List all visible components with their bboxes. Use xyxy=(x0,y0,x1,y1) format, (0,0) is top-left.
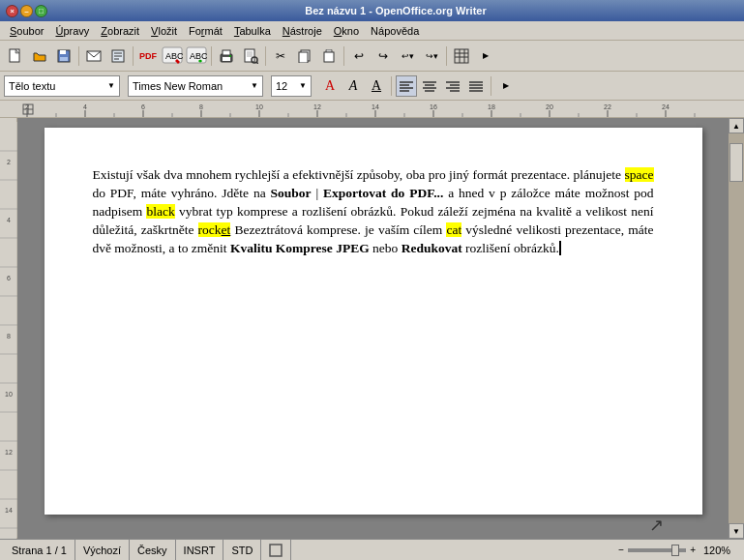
svg-text:8: 8 xyxy=(199,103,203,110)
redo2-icon[interactable]: ↪▾ xyxy=(420,44,443,68)
justify-btn[interactable] xyxy=(465,75,487,97)
svg-text:14: 14 xyxy=(5,507,13,514)
cursor-area: ↗ xyxy=(45,515,702,536)
svg-text:4: 4 xyxy=(83,103,87,110)
abc-icon[interactable]: ABC xyxy=(161,44,184,68)
highlight-cat: cat xyxy=(446,222,461,237)
font-dropdown-arrow: ▼ xyxy=(251,81,258,90)
edit-icon[interactable] xyxy=(106,44,130,68)
pdf-icon[interactable]: PDF xyxy=(136,44,160,68)
scrollbar-vertical[interactable]: ▲ ▼ xyxy=(729,118,744,539)
menu-okno[interactable]: Okno xyxy=(328,23,365,39)
minimize-button[interactable]: – xyxy=(20,5,33,17)
svg-text:ABC: ABC xyxy=(190,51,207,61)
scroll-down-btn[interactable]: ▼ xyxy=(729,523,744,539)
svg-rect-14 xyxy=(223,50,230,55)
open-icon[interactable] xyxy=(28,44,51,68)
email-icon[interactable] xyxy=(82,44,105,68)
menu-upravy[interactable]: Úpravy xyxy=(49,23,95,39)
svg-text:12: 12 xyxy=(313,103,321,110)
scroll-thumb[interactable] xyxy=(729,143,743,182)
sep1 xyxy=(78,46,79,66)
redo-icon[interactable]: ↪ xyxy=(372,44,395,68)
zoom-out-btn[interactable]: − xyxy=(618,545,624,555)
extra-icons xyxy=(261,540,291,560)
font-dropdown[interactable]: Times New Roman ▼ xyxy=(128,75,263,97)
toolbar-formatting: Tělo textu ▼ Times New Roman ▼ 12 ▼ A A … xyxy=(0,72,744,101)
menu-zobrazit[interactable]: Zobrazit xyxy=(95,23,145,39)
language-info: Česky xyxy=(130,540,176,560)
menubar: Soubor Úpravy Zobrazit Vložit Formát Tab… xyxy=(0,21,744,41)
menu-soubor[interactable]: Soubor xyxy=(4,23,49,39)
undo-icon[interactable]: ↩ xyxy=(347,44,371,68)
sep3 xyxy=(211,46,212,66)
font-color-btn[interactable]: A xyxy=(319,75,341,97)
sep8 xyxy=(491,76,491,96)
bold-export: Exportovat do PDF... xyxy=(323,186,443,200)
highlight-space: space xyxy=(625,167,654,182)
new-icon[interactable] xyxy=(4,44,27,68)
menu-format[interactable]: Formát xyxy=(183,23,228,39)
maximize-button[interactable]: □ xyxy=(35,5,47,17)
more-icon[interactable]: ▶ xyxy=(474,44,497,68)
ruler-vertical: 2 4 6 8 10 12 14 xyxy=(0,118,17,539)
style-dropdown[interactable]: Tělo textu ▼ xyxy=(4,75,120,97)
svg-rect-15 xyxy=(223,57,230,61)
mouse-cursor: ↗ xyxy=(649,515,664,536)
preview-icon[interactable] xyxy=(239,44,262,68)
save-icon[interactable] xyxy=(52,44,75,68)
copy-icon[interactable] xyxy=(293,44,316,68)
svg-rect-26 xyxy=(324,52,334,62)
menu-nastroje[interactable]: Nástroje xyxy=(277,23,328,39)
close-button[interactable]: × xyxy=(6,5,18,17)
sep6 xyxy=(446,46,447,66)
scroll-up-btn[interactable]: ▲ xyxy=(729,118,744,133)
undo2-icon[interactable]: ↩▾ xyxy=(396,44,419,68)
table-icon[interactable] xyxy=(450,44,473,68)
bold-kvalitu: Kvalitu Komprese JPEG xyxy=(230,241,370,255)
size-dropdown[interactable]: 12 ▼ xyxy=(271,75,312,97)
zoom-control[interactable]: − + 120% xyxy=(612,545,740,556)
svg-text:6: 6 xyxy=(7,275,11,281)
size-value: 12 xyxy=(276,80,287,92)
highlight-black: black xyxy=(146,204,174,219)
scroll-area[interactable]: Existují však dva mnohem rychlejší a efe… xyxy=(17,118,729,539)
svg-rect-24 xyxy=(299,52,308,63)
zoom-thumb[interactable] xyxy=(671,545,679,556)
spell-icon[interactable]: ABC xyxy=(185,44,208,68)
print-icon[interactable] xyxy=(215,44,238,68)
svg-text:14: 14 xyxy=(372,103,379,110)
menu-tabulka[interactable]: Tabulka xyxy=(228,23,277,39)
cut-icon[interactable]: ✂ xyxy=(269,44,292,68)
zoom-in-btn[interactable]: + xyxy=(690,545,696,555)
window-controls[interactable]: × – □ xyxy=(6,5,47,17)
font-italic-btn[interactable]: A xyxy=(342,75,364,97)
toolbar-main: PDF ABC ABC ✂ ↩ ↪ ↩▾ ↪▾ ▶ xyxy=(0,41,744,72)
more-formatting-btn[interactable]: ▶ xyxy=(495,75,517,97)
style-dropdown-arrow: ▼ xyxy=(107,81,115,90)
bold-redukovat: Redukovat xyxy=(402,241,462,255)
zoom-slider[interactable] xyxy=(628,548,686,552)
menu-napoveda[interactable]: Nápověda xyxy=(365,23,425,39)
align-center-btn[interactable] xyxy=(419,75,440,97)
font-value: Times New Roman xyxy=(133,80,223,92)
svg-rect-111 xyxy=(270,545,282,556)
mode-info: INSRT xyxy=(176,540,224,560)
menu-vlozit[interactable]: Vložit xyxy=(145,23,183,39)
paste-icon[interactable] xyxy=(317,44,341,68)
scroll-track[interactable] xyxy=(729,133,744,523)
svg-rect-0 xyxy=(10,49,19,62)
svg-text:22: 22 xyxy=(604,103,611,110)
svg-rect-88 xyxy=(0,122,17,538)
page-info: Strana 1 / 1 xyxy=(4,540,75,560)
svg-text:6: 6 xyxy=(141,103,145,110)
svg-text:2: 2 xyxy=(25,103,29,110)
titlebar: × – □ Bez názvu 1 - OpenOffice.org Write… xyxy=(0,0,744,21)
font-underline-btn[interactable]: A xyxy=(366,75,387,97)
svg-rect-2 xyxy=(60,50,66,54)
zoom-level: 120% xyxy=(703,545,734,556)
highlight-rocket: rocket xyxy=(198,222,231,237)
svg-text:8: 8 xyxy=(7,333,11,339)
align-right-btn[interactable] xyxy=(442,75,463,97)
align-left-btn[interactable] xyxy=(396,75,417,97)
